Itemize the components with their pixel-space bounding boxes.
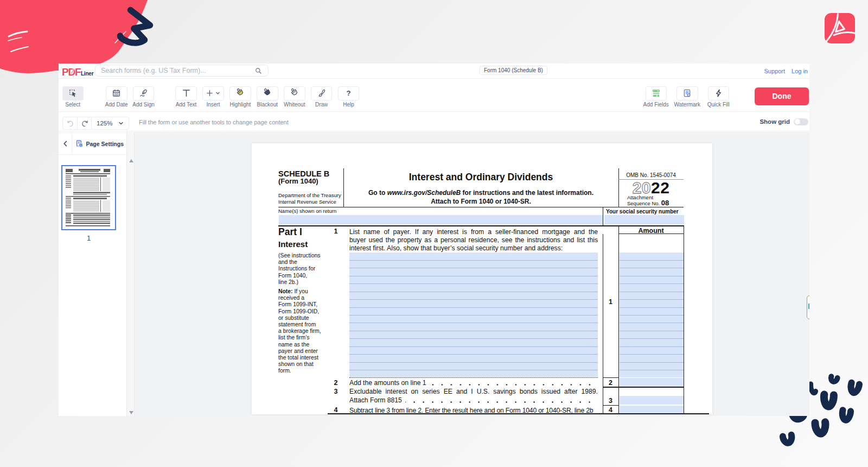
form-input-row[interactable] [620, 338, 684, 346]
add-fields-label: Add Fields [643, 102, 669, 108]
form-see-instructions-line: line 2b.) [278, 279, 346, 286]
form-line2-amount-input[interactable] [620, 378, 684, 387]
add-text-button[interactable] [175, 86, 197, 100]
form-input-row[interactable] [349, 299, 598, 307]
form-line4-amount-input[interactable] [620, 406, 684, 414]
undo-button[interactable] [62, 117, 78, 130]
form-line3-amount-input[interactable] [620, 396, 684, 405]
pdfliner-logo[interactable]: PDF Liner [62, 65, 93, 77]
form-input-row[interactable] [620, 307, 684, 315]
draw-icon [317, 89, 326, 98]
form-input-row[interactable] [349, 338, 598, 346]
form-input-row[interactable] [349, 260, 598, 268]
dot-leader [430, 379, 598, 387]
scroll-up-icon[interactable] [129, 159, 133, 162]
form-input-row[interactable] [349, 315, 598, 323]
sidebar-collapse-button[interactable] [59, 133, 72, 154]
select-icon [68, 89, 78, 98]
done-button[interactable]: Done [755, 87, 809, 105]
form-line1-box-num: 1 [603, 298, 618, 306]
redo-icon [81, 119, 90, 128]
add-date-icon [112, 89, 121, 98]
add-sign-button[interactable] [133, 86, 155, 100]
quick-fill-button[interactable] [708, 86, 730, 100]
document-tab[interactable]: Form 1040 (Schedule B) [480, 66, 547, 75]
form-input-row[interactable] [349, 268, 598, 275]
watermark-button[interactable] [676, 86, 698, 100]
form-part1: Part I [278, 226, 302, 238]
add-fields-button[interactable] [646, 86, 667, 100]
form-input-row[interactable] [349, 370, 598, 377]
form-input-row[interactable] [349, 276, 598, 283]
form-input-row[interactable] [349, 346, 598, 354]
form-input-row[interactable] [349, 331, 598, 338]
form-input-row[interactable] [620, 354, 684, 362]
form-name-input[interactable] [279, 215, 603, 225]
search-input[interactable]: Search forms (e.g. US Tax Form)... [95, 65, 269, 77]
add-fields-icon [652, 89, 661, 98]
feedback-tab[interactable] [807, 295, 809, 319]
scroll-down-icon[interactable] [129, 411, 133, 414]
form-input-row[interactable] [349, 362, 598, 370]
select-button[interactable] [62, 86, 84, 100]
search-icon[interactable] [254, 67, 263, 75]
page-settings-button[interactable]: Page Settings [73, 133, 126, 154]
form-input-row[interactable] [620, 346, 684, 354]
support-link[interactable]: Support [764, 68, 785, 74]
draw-button[interactable] [311, 86, 333, 100]
form-input-row[interactable] [620, 276, 684, 283]
form-line3-num: 3 [331, 388, 340, 395]
whiteout-button[interactable] [284, 86, 305, 100]
form-input-row[interactable] [620, 362, 684, 370]
form-input-row[interactable] [620, 253, 684, 260]
form-see-instructions: (See instructionsand theInstructions for… [278, 253, 346, 286]
form-input-row[interactable] [620, 260, 684, 268]
form-see-instructions-line: Instructions for [278, 266, 346, 272]
form-name-label: Name(s) shown on return [278, 208, 336, 214]
form-input-row[interactable] [620, 315, 684, 323]
show-grid-toggle[interactable] [794, 118, 808, 125]
form-input-row[interactable] [349, 323, 598, 330]
form-rule-line [278, 225, 684, 226]
form-line2-text: Add the amounts on line 1 [349, 379, 426, 387]
form-input-row[interactable] [349, 307, 598, 315]
help-label: Help [343, 102, 354, 108]
page-thumbnail[interactable] [61, 165, 116, 230]
form-see-instructions-line: Form 1040, [278, 273, 346, 279]
form-see-instructions-line: and the [278, 259, 346, 266]
sidebar-scrollbar[interactable] [127, 132, 135, 416]
watermark-label: Watermark [674, 102, 700, 108]
login-link[interactable]: Log in [792, 68, 808, 74]
highlight-label: Highlight [229, 102, 251, 108]
zoom-select[interactable]: 125% [91, 117, 129, 130]
toolbar: SelectAdd DateAdd SignAdd TextInsertHigh… [59, 79, 809, 112]
form-input-row[interactable] [349, 354, 598, 362]
form-rule-line [618, 168, 619, 207]
watermark-icon [682, 89, 692, 98]
highlight-button[interactable] [229, 86, 251, 100]
form-input-row[interactable] [620, 370, 684, 377]
form-input-row[interactable] [620, 283, 684, 291]
form-input-row[interactable] [349, 253, 598, 260]
form-input-row[interactable] [620, 268, 684, 275]
form-input-row[interactable] [620, 299, 684, 307]
form-input-row[interactable] [620, 292, 684, 299]
form-ssn-input[interactable] [604, 215, 684, 225]
dot-leader [405, 396, 598, 404]
insert-button[interactable] [202, 86, 224, 100]
add-text-icon [182, 89, 191, 98]
blackout-button[interactable] [257, 86, 278, 100]
redo-button[interactable] [78, 117, 93, 130]
blackout-label: Blackout [257, 102, 278, 108]
form-input-row[interactable] [349, 283, 598, 291]
add-date-button[interactable] [106, 86, 127, 100]
page-number-label: 1 [59, 234, 119, 242]
form-page: SCHEDULE B (Form 1040) Department of the… [252, 143, 712, 414]
add-sign-label: Add Sign [132, 102, 155, 108]
form-input-row[interactable] [620, 331, 684, 338]
form-input-row[interactable] [349, 292, 598, 299]
add-date-label: Add Date [105, 102, 128, 108]
form-line3-text-row: Attach Form 8815 [349, 396, 598, 404]
form-input-row[interactable] [620, 323, 684, 330]
help-button[interactable] [338, 86, 360, 100]
